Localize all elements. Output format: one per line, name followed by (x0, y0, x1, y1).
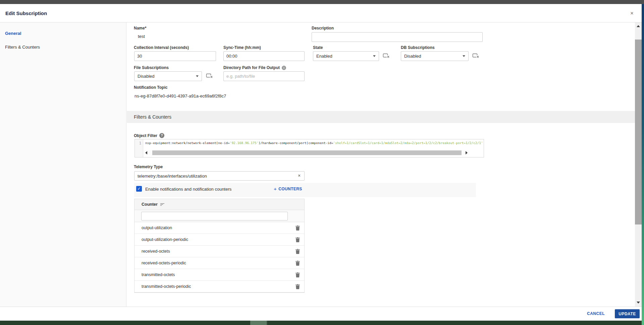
description-input[interactable] (312, 32, 483, 42)
directory-path-label-text: Directory Path for File Output (223, 65, 280, 70)
counter-column-header: Counter (142, 202, 158, 207)
cancel-button[interactable]: CANCEL (587, 311, 605, 316)
telemetry-type-label: Telemetry Type (134, 165, 163, 169)
table-row[interactable]: received-octets-periodic (135, 257, 304, 269)
file-subscriptions-select[interactable]: Disabled (134, 71, 202, 81)
db-subscriptions-select-value: Disabled (404, 54, 421, 59)
delete-icon[interactable] (296, 261, 300, 266)
db-subscriptions-clear-icon[interactable] (472, 53, 481, 60)
table-row[interactable]: output-utilization (135, 222, 304, 234)
sidebar-item-filters-counters[interactable]: Filters & Counters (5, 45, 40, 50)
dialog-header: Edit Subscription × (0, 4, 642, 22)
state-select-value: Enabled (316, 54, 332, 59)
scroll-left-icon[interactable] (145, 151, 147, 154)
counter-name: received-octets-periodic (142, 261, 186, 265)
object-filter-expression: nsp-equipment:network/network-element[ne… (145, 141, 482, 145)
name-label: Name* (134, 26, 146, 30)
object-filter-label: Object Filter ? (134, 133, 164, 138)
vscroll-thumb[interactable] (635, 40, 642, 224)
info-icon[interactable]: i (282, 66, 286, 70)
code-segment: ]/hardware-component/port[component-id= (258, 141, 333, 145)
dialog-content: Name* test Description Collection Interv… (127, 22, 635, 307)
counter-table: Counter output-utilization output-utiliz… (134, 199, 305, 293)
scroll-up-icon[interactable] (637, 25, 640, 27)
plus-icon: + (274, 186, 277, 192)
chevron-down-icon (463, 55, 465, 57)
table-row[interactable]: transmitted-octets-periodic (135, 281, 304, 292)
state-select[interactable]: Enabled (313, 51, 379, 61)
counter-name: output-utilization (142, 225, 172, 230)
background-top-bar (0, 0, 644, 4)
code-hscroll-thumb[interactable] (152, 150, 462, 155)
file-subscriptions-clear-icon[interactable] (206, 73, 215, 80)
screen: Edit Subscription × General Filters & Co… (0, 0, 644, 325)
code-horizontal-scrollbar[interactable] (144, 150, 469, 155)
description-label: Description (312, 26, 334, 30)
code-line-number: 1 (135, 139, 143, 157)
collection-interval-input[interactable] (134, 51, 216, 61)
chevron-down-icon (373, 55, 376, 57)
object-filter-code-editor[interactable]: 1 nsp-equipment:network/network-element[… (135, 139, 484, 157)
scroll-down-icon[interactable] (637, 302, 640, 304)
dialog-sidebar: General Filters & Counters (0, 22, 126, 307)
sort-icon[interactable] (160, 203, 165, 206)
notification-topic-value: ns-eg-87d8f7e0-d491-4397-a91a-ec69a6f2f8… (135, 93, 226, 99)
counter-filter-row (135, 210, 304, 222)
sync-time-input[interactable] (223, 51, 305, 61)
dialog-title: Edit Subscription (5, 10, 47, 16)
counter-name: transmitted-octets-periodic (142, 284, 191, 289)
code-segment: nsp-equipment:network/network-element[ne… (145, 141, 230, 145)
clear-telemetry-icon[interactable]: × (297, 173, 302, 178)
code-string-segment: '92.168.96.175' (230, 141, 259, 145)
object-filter-label-text: Object Filter (134, 133, 157, 138)
edit-subscription-dialog: Edit Subscription × General Filters & Co… (0, 4, 642, 321)
counter-filter-input[interactable] (141, 212, 288, 220)
delete-icon[interactable] (296, 225, 300, 231)
add-counters-button-label: COUNTERS (278, 187, 302, 191)
dialog-body: General Filters & Counters Name* test De… (0, 22, 642, 307)
close-icon[interactable]: × (628, 10, 636, 17)
db-subscriptions-select[interactable]: Disabled (401, 51, 469, 61)
counter-name: received-octets (142, 249, 170, 254)
enable-notifications-label: Enable notifications and notification co… (145, 187, 231, 192)
file-subscriptions-select-value: Disabled (138, 74, 155, 79)
state-label: State (313, 45, 323, 50)
directory-path-input[interactable] (223, 71, 305, 81)
telemetry-type-field: × (134, 171, 305, 181)
delete-icon[interactable] (296, 272, 300, 277)
sidebar-item-general[interactable]: General (5, 31, 21, 36)
enable-notifications-checkbox[interactable]: ✓ (136, 186, 142, 192)
dialog-footer: CANCEL UPDATE (0, 307, 642, 320)
update-button[interactable]: UPDATE (615, 309, 640, 318)
delete-icon[interactable] (296, 249, 300, 254)
counter-table-header[interactable]: Counter (135, 199, 304, 210)
table-row[interactable]: output-utilization-periodic (135, 234, 304, 246)
dialog-vertical-scrollbar[interactable] (635, 22, 642, 307)
db-subscriptions-label: DB Subscriptions (401, 45, 435, 50)
help-icon[interactable]: ? (159, 133, 164, 138)
delete-icon[interactable] (296, 284, 300, 289)
code-string-segment: 'shelf=1/cardSlot=1/card=1/mdaSlot=2/mda… (333, 141, 482, 145)
filters-counters-section-heading: Filters & Counters (127, 111, 635, 123)
name-value: test (138, 34, 145, 39)
sync-time-label: Sync-Time (hh:mm) (223, 45, 261, 50)
counter-name: transmitted-octets (142, 272, 175, 277)
scroll-right-icon[interactable] (466, 151, 468, 154)
counter-name: output-utilization-periodic (142, 237, 188, 242)
table-row[interactable]: transmitted-octets (135, 269, 304, 281)
chevron-down-icon (196, 75, 199, 77)
table-row[interactable]: received-octets (135, 246, 304, 257)
telemetry-type-input[interactable] (134, 171, 305, 181)
background-bottom-bar (0, 321, 642, 325)
delete-icon[interactable] (296, 237, 300, 242)
background-gradient-edge (642, 4, 644, 325)
directory-path-label: Directory Path for File Output i (223, 65, 286, 70)
collection-interval-label: Collection Interval (seconds) (134, 45, 189, 50)
notification-topic-label: Notification Topic (134, 85, 167, 90)
add-counters-button[interactable]: + COUNTERS (274, 186, 302, 192)
file-subscriptions-label: File Subscriptions (134, 65, 169, 70)
background-hscroll-thumb[interactable] (250, 321, 267, 325)
state-clear-icon[interactable] (383, 53, 391, 60)
